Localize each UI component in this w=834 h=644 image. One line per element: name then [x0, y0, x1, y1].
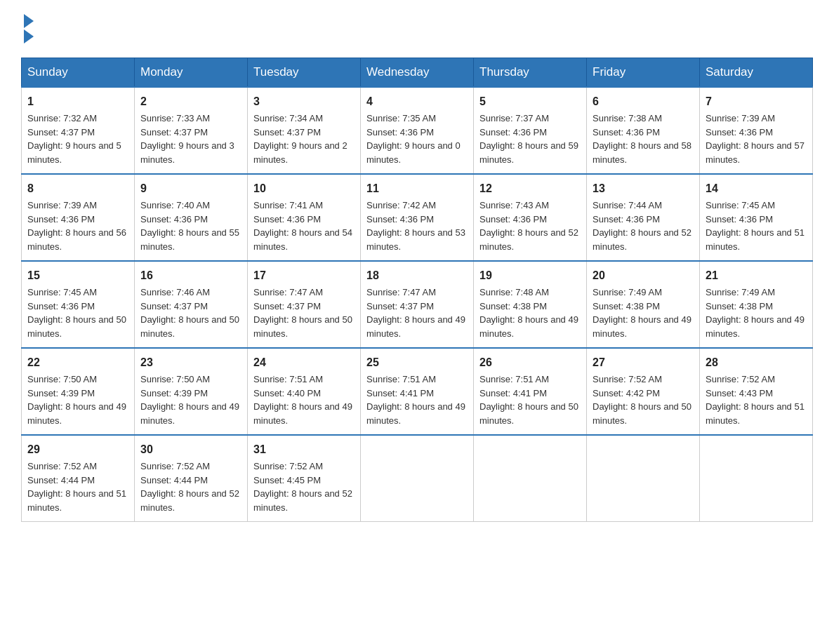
calendar-cell: 17 Sunrise: 7:47 AM Sunset: 4:37 PM Dayl…: [248, 261, 361, 348]
calendar-cell: 30 Sunrise: 7:52 AM Sunset: 4:44 PM Dayl…: [135, 435, 248, 522]
day-number: 14: [706, 180, 807, 197]
day-daylight: Daylight: 8 hours and 50 minutes.: [253, 314, 352, 339]
day-sunset: Sunset: 4:36 PM: [27, 214, 95, 224]
calendar-cell: 31 Sunrise: 7:52 AM Sunset: 4:45 PM Dayl…: [248, 435, 361, 522]
day-daylight: Daylight: 8 hours and 52 minutes.: [593, 227, 691, 252]
day-sunrise: Sunrise: 7:46 AM: [140, 287, 210, 297]
day-daylight: Daylight: 9 hours and 5 minutes.: [27, 140, 121, 165]
logo-arrow-bottom-icon: [24, 29, 34, 43]
day-daylight: Daylight: 8 hours and 49 minutes.: [140, 401, 239, 426]
day-sunset: Sunset: 4:36 PM: [140, 214, 208, 224]
day-daylight: Daylight: 8 hours and 50 minutes.: [479, 401, 578, 426]
day-daylight: Daylight: 8 hours and 52 minutes.: [140, 488, 239, 513]
calendar-cell: 1 Sunrise: 7:32 AM Sunset: 4:37 PM Dayli…: [22, 87, 135, 174]
day-daylight: Daylight: 8 hours and 52 minutes.: [253, 488, 352, 513]
day-daylight: Daylight: 8 hours and 50 minutes.: [27, 314, 126, 339]
day-sunset: Sunset: 4:36 PM: [706, 214, 773, 224]
day-number: 10: [253, 180, 355, 197]
day-number: 11: [366, 180, 468, 197]
day-daylight: Daylight: 8 hours and 57 minutes.: [706, 140, 805, 165]
calendar-body: 1 Sunrise: 7:32 AM Sunset: 4:37 PM Dayli…: [22, 87, 813, 522]
day-number: 23: [140, 354, 241, 371]
weekday-header-monday: Monday: [135, 58, 248, 88]
day-sunset: Sunset: 4:39 PM: [140, 388, 208, 398]
day-sunset: Sunset: 4:36 PM: [706, 127, 773, 137]
logo-arrow-top-icon: [24, 14, 34, 28]
day-sunrise: Sunrise: 7:52 AM: [140, 461, 210, 471]
day-sunrise: Sunrise: 7:50 AM: [140, 374, 210, 384]
calendar-cell: 11 Sunrise: 7:42 AM Sunset: 4:36 PM Dayl…: [361, 174, 474, 261]
day-daylight: Daylight: 8 hours and 49 minutes.: [253, 401, 352, 426]
day-number: 3: [253, 93, 355, 110]
day-number: 27: [593, 354, 694, 371]
day-sunset: Sunset: 4:36 PM: [366, 127, 434, 137]
day-daylight: Daylight: 9 hours and 2 minutes.: [253, 140, 348, 165]
day-sunset: Sunset: 4:45 PM: [253, 475, 321, 485]
day-daylight: Daylight: 8 hours and 49 minutes.: [366, 401, 465, 426]
day-sunrise: Sunrise: 7:35 AM: [366, 113, 436, 123]
calendar-table: SundayMondayTuesdayWednesdayThursdayFrid…: [21, 58, 813, 522]
day-sunset: Sunset: 4:36 PM: [593, 214, 660, 224]
day-sunset: Sunset: 4:41 PM: [366, 388, 434, 398]
calendar-cell: 9 Sunrise: 7:40 AM Sunset: 4:36 PM Dayli…: [135, 174, 248, 261]
calendar-cell: 20 Sunrise: 7:49 AM Sunset: 4:38 PM Dayl…: [587, 261, 700, 348]
day-sunrise: Sunrise: 7:52 AM: [253, 461, 323, 471]
calendar-week-row: 22 Sunrise: 7:50 AM Sunset: 4:39 PM Dayl…: [22, 348, 813, 435]
day-sunrise: Sunrise: 7:44 AM: [593, 200, 662, 210]
day-sunrise: Sunrise: 7:52 AM: [27, 461, 97, 471]
day-sunrise: Sunrise: 7:41 AM: [253, 200, 323, 210]
day-sunset: Sunset: 4:37 PM: [366, 301, 434, 311]
page-header: [21, 14, 813, 43]
weekday-header-tuesday: Tuesday: [248, 58, 361, 88]
day-number: 28: [706, 354, 807, 371]
calendar-cell: 10 Sunrise: 7:41 AM Sunset: 4:36 PM Dayl…: [248, 174, 361, 261]
day-sunset: Sunset: 4:36 PM: [366, 214, 434, 224]
day-daylight: Daylight: 8 hours and 51 minutes.: [27, 488, 126, 513]
day-sunset: Sunset: 4:36 PM: [479, 214, 547, 224]
calendar-cell: 25 Sunrise: 7:51 AM Sunset: 4:41 PM Dayl…: [361, 348, 474, 435]
day-number: 13: [593, 180, 694, 197]
day-sunrise: Sunrise: 7:47 AM: [366, 287, 436, 297]
day-daylight: Daylight: 8 hours and 50 minutes.: [140, 314, 239, 339]
day-number: 2: [140, 93, 241, 110]
day-daylight: Daylight: 8 hours and 49 minutes.: [706, 314, 805, 339]
day-number: 21: [706, 267, 807, 284]
day-sunset: Sunset: 4:36 PM: [27, 301, 95, 311]
calendar-cell: 14 Sunrise: 7:45 AM Sunset: 4:36 PM Dayl…: [700, 174, 813, 261]
day-sunset: Sunset: 4:37 PM: [140, 301, 208, 311]
day-number: 1: [27, 93, 128, 110]
day-sunrise: Sunrise: 7:51 AM: [366, 374, 436, 384]
day-sunrise: Sunrise: 7:34 AM: [253, 113, 323, 123]
day-number: 17: [253, 267, 355, 284]
calendar-cell: 26 Sunrise: 7:51 AM Sunset: 4:41 PM Dayl…: [474, 348, 587, 435]
day-sunrise: Sunrise: 7:45 AM: [706, 200, 775, 210]
day-number: 22: [27, 354, 128, 371]
day-daylight: Daylight: 8 hours and 55 minutes.: [140, 227, 239, 252]
day-daylight: Daylight: 8 hours and 51 minutes.: [706, 227, 805, 252]
day-sunrise: Sunrise: 7:51 AM: [253, 374, 323, 384]
day-daylight: Daylight: 8 hours and 52 minutes.: [479, 227, 578, 252]
day-number: 4: [366, 93, 468, 110]
day-sunset: Sunset: 4:42 PM: [593, 388, 660, 398]
calendar-cell: 21 Sunrise: 7:49 AM Sunset: 4:38 PM Dayl…: [700, 261, 813, 348]
day-number: 15: [27, 267, 128, 284]
day-sunrise: Sunrise: 7:40 AM: [140, 200, 210, 210]
day-sunrise: Sunrise: 7:50 AM: [27, 374, 97, 384]
weekday-header-wednesday: Wednesday: [361, 58, 474, 88]
day-sunset: Sunset: 4:38 PM: [593, 301, 660, 311]
day-number: 5: [479, 93, 581, 110]
weekday-header-row: SundayMondayTuesdayWednesdayThursdayFrid…: [22, 58, 813, 88]
calendar-cell: 22 Sunrise: 7:50 AM Sunset: 4:39 PM Dayl…: [22, 348, 135, 435]
day-number: 24: [253, 354, 355, 371]
day-sunset: Sunset: 4:44 PM: [140, 475, 208, 485]
weekday-header-sunday: Sunday: [22, 58, 135, 88]
day-number: 6: [593, 93, 694, 110]
day-sunset: Sunset: 4:43 PM: [706, 388, 773, 398]
calendar-cell: 16 Sunrise: 7:46 AM Sunset: 4:37 PM Dayl…: [135, 261, 248, 348]
calendar-cell: 3 Sunrise: 7:34 AM Sunset: 4:37 PM Dayli…: [248, 87, 361, 174]
day-number: 25: [366, 354, 468, 371]
weekday-header-friday: Friday: [587, 58, 700, 88]
day-daylight: Daylight: 8 hours and 54 minutes.: [253, 227, 352, 252]
day-number: 9: [140, 180, 241, 197]
weekday-header-saturday: Saturday: [700, 58, 813, 88]
